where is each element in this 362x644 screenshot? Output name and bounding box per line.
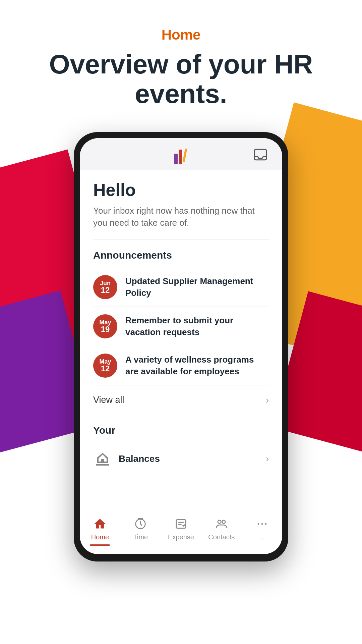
nav-label-contacts: Contacts (208, 533, 235, 541)
nav-label-expense: Expense (168, 533, 194, 541)
date-badge-3: May 12 (93, 354, 117, 378)
greeting-subtitle: Your inbox right now has nothing new tha… (93, 205, 269, 229)
time-icon (133, 517, 148, 531)
phone-wrapper: Hello Your inbox right now has nothing n… (0, 132, 362, 561)
date-day-2: 19 (101, 325, 110, 333)
announcements-title: Announcements (93, 250, 269, 261)
your-section: Your Balances › (93, 415, 269, 475)
svg-point-9 (265, 523, 266, 525)
svg-point-5 (218, 520, 221, 524)
announcement-item-1[interactable]: Jun 12 Updated Supplier Management Polic… (93, 268, 269, 307)
chevron-right-icon: › (266, 395, 269, 406)
date-day-1: 12 (101, 286, 110, 294)
expense-icon (174, 517, 188, 531)
your-title: Your (93, 425, 269, 436)
bottom-nav: Home Time (80, 511, 282, 554)
app-topbar (80, 138, 282, 170)
logo-slash (183, 148, 188, 164)
view-all-row[interactable]: View all › (93, 385, 269, 415)
logo-bar2 (179, 150, 182, 164)
header-title: Overview of your HR events. (20, 50, 342, 109)
announcement-text-2: Remember to submit your vacation request… (125, 315, 269, 338)
date-badge-2: May 19 (93, 314, 117, 338)
nav-label-time: Time (133, 533, 148, 541)
greeting-section: Hello Your inbox right now has nothing n… (93, 180, 269, 239)
nav-item-expense[interactable]: Expense (161, 517, 201, 546)
app-content: Hello Your inbox right now has nothing n… (80, 170, 282, 511)
date-badge-1: Jun 12 (93, 275, 117, 299)
view-all-label: View all (93, 395, 124, 405)
home-active-indicator (90, 544, 110, 546)
svg-rect-2 (176, 520, 186, 528)
announcement-item-3[interactable]: May 12 A variety of wellness programs ar… (93, 346, 269, 385)
date-day-3: 12 (101, 365, 110, 373)
phone-screen: Hello Your inbox right now has nothing n… (80, 138, 282, 554)
nav-item-home[interactable]: Home (80, 517, 120, 546)
balances-row[interactable]: Balances › (93, 443, 269, 475)
announcement-item-2[interactable]: May 19 Remember to submit your vacation … (93, 307, 269, 346)
home-icon (93, 517, 107, 531)
phone-frame: Hello Your inbox right now has nothing n… (74, 132, 288, 561)
svg-point-8 (261, 523, 263, 525)
svg-point-7 (257, 523, 259, 525)
svg-point-6 (222, 520, 225, 524)
contacts-icon (214, 517, 229, 531)
balances-icon (93, 449, 112, 468)
announcements-section: Announcements Jun 12 Updated Supplier Ma… (93, 250, 269, 415)
nav-item-contacts[interactable]: Contacts (201, 517, 242, 546)
nav-item-time[interactable]: Time (120, 517, 161, 546)
greeting-hello: Hello (93, 180, 269, 200)
more-icon (255, 517, 269, 531)
inbox-icon[interactable] (252, 146, 269, 163)
app-logo (174, 148, 188, 164)
nav-item-more[interactable]: ... (242, 517, 282, 546)
nav-label-more: ... (259, 533, 265, 541)
header-section: Home Overview of your HR events. (0, 0, 362, 122)
nav-label-home: Home (91, 533, 109, 541)
header-label: Home (20, 27, 342, 43)
balances-chevron-icon: › (266, 453, 269, 464)
announcement-text-3: A variety of wellness programs are avail… (125, 354, 269, 377)
logo-bar1 (174, 154, 178, 164)
balances-label: Balances (119, 453, 259, 464)
announcement-text-1: Updated Supplier Management Policy (125, 275, 269, 299)
